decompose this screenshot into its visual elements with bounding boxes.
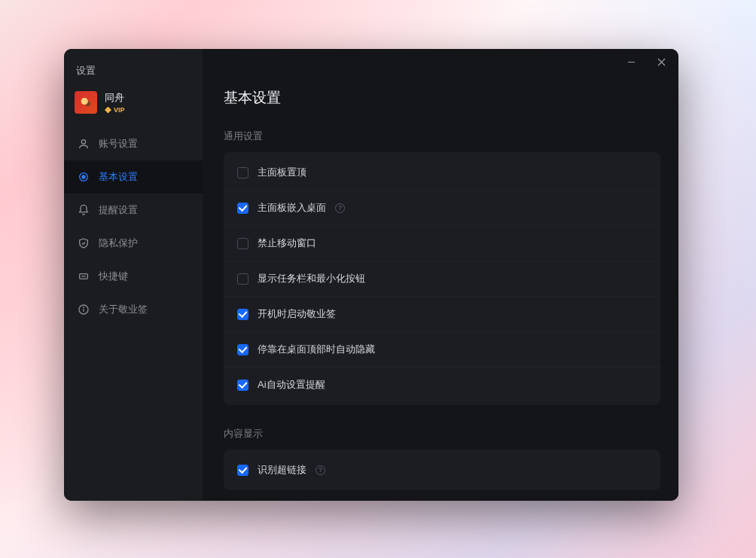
- minimize-button[interactable]: [618, 51, 644, 72]
- sidebar-item-label: 关于敬业签: [99, 303, 148, 316]
- content: 基本设置 通用设置 主面板置顶 主面板嵌入桌面 ? 禁止移动窗口: [203, 75, 678, 501]
- checkbox[interactable]: [237, 309, 248, 320]
- shield-icon: [78, 237, 90, 249]
- sidebar-item-label: 隐私保护: [99, 236, 138, 250]
- sidebar-item-label: 基本设置: [99, 170, 138, 184]
- section-label-content: 内容显示: [224, 423, 660, 450]
- setting-row[interactable]: 开机时启动敬业签: [224, 297, 660, 332]
- checkbox[interactable]: [237, 167, 248, 178]
- setting-label: 识别超链接: [258, 463, 306, 477]
- bell-icon: [78, 204, 90, 216]
- window-title: 设置: [64, 53, 203, 85]
- sidebar-item-account[interactable]: 账号设置: [64, 127, 203, 160]
- svg-point-2: [82, 175, 85, 178]
- page-title: 基本设置: [224, 75, 660, 126]
- setting-label: 主面板置顶: [258, 166, 306, 179]
- keyboard-icon: [78, 270, 90, 282]
- setting-label: 开机时启动敬业签: [258, 307, 336, 321]
- checkbox[interactable]: [237, 203, 248, 214]
- checkbox[interactable]: [237, 273, 248, 285]
- setting-label: 禁止移动窗口: [258, 236, 316, 250]
- checkbox[interactable]: [237, 344, 248, 355]
- sidebar-item-hotkey[interactable]: 快捷键: [64, 260, 203, 293]
- content-display-card: 识别超链接 ?: [224, 450, 660, 490]
- setting-label: 主面板嵌入桌面: [258, 201, 326, 215]
- section-label-general: 通用设置: [224, 126, 660, 152]
- close-button[interactable]: [648, 51, 674, 72]
- setting-row[interactable]: 显示任务栏和最小化按钮: [224, 261, 660, 297]
- sidebar-item-privacy[interactable]: 隐私保护: [64, 227, 203, 260]
- checkbox[interactable]: [237, 465, 248, 476]
- general-settings-card: 主面板置顶 主面板嵌入桌面 ? 禁止移动窗口 显示任务栏和最小化按钮: [224, 152, 660, 405]
- username: 同舟: [105, 91, 125, 105]
- sidebar-item-basic[interactable]: 基本设置: [64, 160, 203, 194]
- sidebar-item-label: 账号设置: [99, 137, 138, 151]
- vip-badge: VIP: [105, 106, 125, 114]
- info-icon: [78, 303, 90, 316]
- main: 基本设置 通用设置 主面板置顶 主面板嵌入桌面 ? 禁止移动窗口: [203, 49, 678, 501]
- svg-point-0: [81, 140, 85, 144]
- titlebar: [203, 49, 678, 75]
- checkbox[interactable]: [237, 238, 248, 249]
- avatar: [75, 91, 97, 114]
- setting-row[interactable]: 停靠在桌面顶部时自动隐藏: [224, 332, 660, 367]
- checkbox[interactable]: [237, 380, 248, 391]
- profile[interactable]: 同舟 VIP: [64, 85, 203, 127]
- sidebar: 设置 同舟 VIP 账号设置 基本设置: [64, 49, 203, 501]
- settings-window: 设置 同舟 VIP 账号设置 基本设置: [64, 49, 678, 501]
- sidebar-item-reminder[interactable]: 提醒设置: [64, 194, 203, 227]
- sidebar-nav: 账号设置 基本设置 提醒设置 隐私保护: [64, 127, 203, 326]
- user-icon: [78, 138, 90, 150]
- setting-row[interactable]: 主面板嵌入桌面 ?: [224, 191, 660, 226]
- setting-row[interactable]: Ai自动设置提醒: [224, 367, 660, 402]
- svg-point-7: [84, 307, 84, 308]
- setting-row[interactable]: 禁止移动窗口: [224, 226, 660, 261]
- help-icon[interactable]: ?: [316, 465, 325, 475]
- sidebar-item-label: 快捷键: [99, 270, 128, 283]
- setting-label: 停靠在桌面顶部时自动隐藏: [258, 343, 375, 356]
- setting-row[interactable]: 主面板置顶: [224, 155, 660, 191]
- setting-label: 显示任务栏和最小化按钮: [258, 272, 365, 285]
- sidebar-item-about[interactable]: 关于敬业签: [64, 293, 203, 326]
- sidebar-item-label: 提醒设置: [99, 203, 138, 217]
- setting-label: Ai自动设置提醒: [258, 378, 325, 392]
- setting-row[interactable]: 识别超链接 ?: [224, 453, 660, 487]
- target-icon: [78, 171, 90, 183]
- help-icon[interactable]: ?: [335, 203, 345, 213]
